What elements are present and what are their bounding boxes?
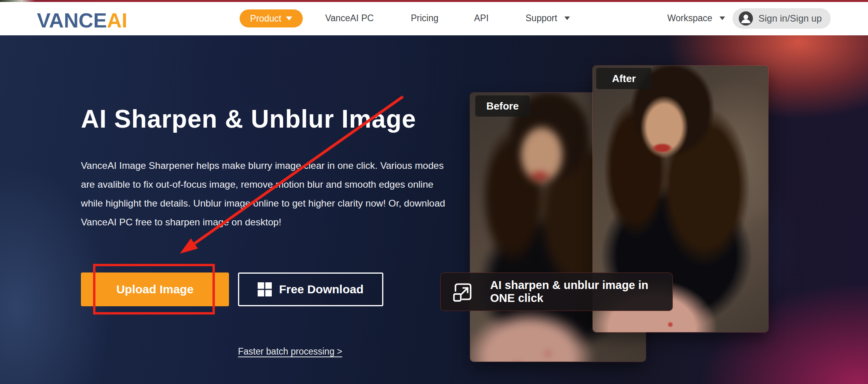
vanceai-logo[interactable]: VANCEAI (37, 9, 127, 32)
product-menu-label: Product (250, 13, 281, 24)
caption-bar: AI sharpen & unblur image in ONE click (440, 272, 673, 311)
upload-image-label: Upload Image (116, 283, 194, 296)
nav-item-label: Support (526, 13, 557, 24)
nav-item-support[interactable]: Support (526, 13, 570, 24)
nav-item-label: API (474, 13, 489, 24)
chevron-down-icon (564, 16, 570, 20)
nav-item-label: Workspace (667, 13, 712, 24)
nav-item-api[interactable]: API (474, 13, 489, 24)
hero-description: VanceAI Image Sharpener helps make blurr… (81, 156, 446, 232)
expand-icon (452, 280, 474, 303)
user-avatar-icon (739, 11, 753, 26)
logo-text-ai: AI (107, 9, 127, 32)
signin-signup-button[interactable]: Sign in/Sign up (732, 8, 831, 29)
hero-description-line: VanceAI Image Sharpener helps make blurr… (81, 156, 446, 175)
nav-item-label: VanceAI PC (325, 13, 374, 24)
navbar: VANCEAI Product VanceAI PC Pricing API S… (0, 2, 868, 35)
upload-image-button[interactable]: Upload Image (81, 272, 229, 306)
nav-item-label: Pricing (411, 13, 438, 24)
page-title: AI Sharpen & Unblur Image (81, 104, 416, 133)
hero-description-line: VanceAI PC free to sharpen image on desk… (81, 213, 446, 232)
chevron-down-icon (720, 16, 725, 20)
after-badge-label: After (612, 73, 636, 85)
faster-batch-processing-link[interactable]: Faster batch processing > (238, 346, 342, 357)
nav-item-workspace[interactable]: Workspace (667, 13, 725, 24)
nav-item-pricing[interactable]: Pricing (411, 13, 438, 24)
signin-signup-label: Sign in/Sign up (758, 13, 822, 24)
windows-icon (258, 282, 272, 296)
product-menu-button[interactable]: Product (240, 9, 303, 27)
after-badge: After (596, 68, 652, 89)
hero-description-line: are avalible to fix out-of-focus image, … (81, 175, 446, 194)
nav-item-vanceai-pc[interactable]: VanceAI PC (325, 13, 374, 24)
hero-description-line: while highlight the details. Unblur imag… (81, 194, 446, 213)
before-badge-label: Before (486, 100, 518, 112)
caption-label: AI sharpen & unblur image in ONE click (490, 279, 672, 305)
before-badge: Before (475, 95, 530, 117)
logo-text-vance: VANCE (37, 9, 107, 32)
page: VANCEAI Product VanceAI PC Pricing API S… (0, 0, 868, 384)
chevron-down-icon (286, 16, 292, 20)
free-download-label: Free Download (279, 283, 363, 296)
free-download-button[interactable]: Free Download (238, 272, 383, 306)
hero-section: AI Sharpen & Unblur Image VanceAI Image … (0, 35, 868, 384)
